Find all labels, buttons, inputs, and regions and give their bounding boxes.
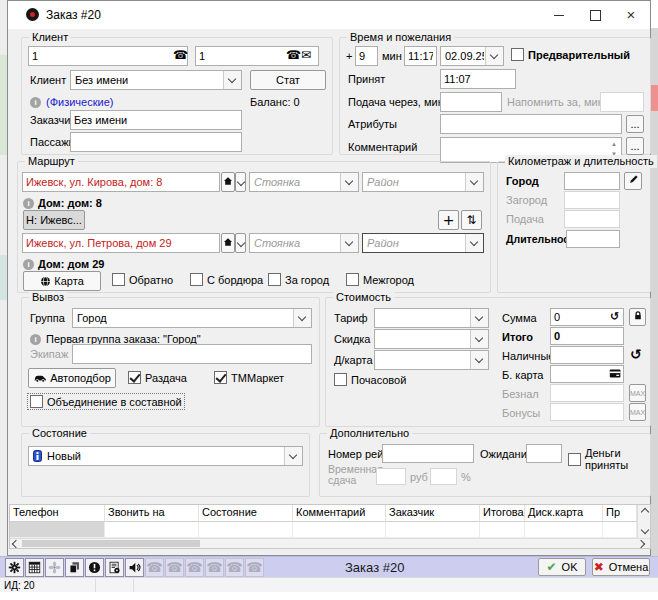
preliminary-checkbox[interactable]: Предварительный	[511, 48, 630, 61]
info-button[interactable]	[85, 558, 104, 577]
remind-input[interactable]	[600, 92, 644, 112]
bonus-max-button[interactable]: max	[629, 403, 646, 421]
mail-icon[interactable]: ✉	[301, 48, 311, 63]
titlebar[interactable]: Заказ #20 ×	[8, 1, 650, 29]
tmmarket-checkbox[interactable]: ТММаркет	[214, 371, 284, 384]
table-cell[interactable]	[386, 522, 480, 538]
attributes-more-button[interactable]: ...	[626, 115, 644, 133]
checkbox-box[interactable]	[334, 373, 347, 386]
map-button[interactable]: Карта	[23, 271, 101, 291]
tariff-select[interactable]	[374, 308, 489, 328]
maximize-button[interactable]	[580, 5, 610, 25]
fan-button[interactable]	[45, 558, 64, 577]
state-select[interactable]: Новый	[28, 446, 303, 466]
back-checkbox[interactable]: Обратно	[112, 273, 173, 286]
checkbox-box[interactable]	[346, 273, 359, 286]
stat-button[interactable]: Стат	[250, 70, 326, 90]
minimize-button[interactable]	[544, 5, 574, 25]
curb-checkbox[interactable]: С бордюра	[190, 273, 263, 286]
scroll-up-icon[interactable]: ▲	[609, 141, 619, 148]
combo-arrow[interactable]	[465, 234, 483, 252]
vertical-scrollbar[interactable]	[637, 505, 650, 538]
waiting-input[interactable]	[526, 444, 562, 463]
recalc-sum-icon[interactable]: ↺	[610, 309, 619, 324]
attributes-input[interactable]	[440, 114, 622, 134]
passenger-input[interactable]	[70, 132, 242, 152]
checkbox-box[interactable]	[268, 273, 281, 286]
copy-button[interactable]	[65, 558, 84, 577]
history-tab[interactable]: Н: Ижевс...	[23, 210, 85, 230]
combo-arrow[interactable]	[465, 173, 483, 191]
checkbox-box[interactable]	[568, 453, 581, 466]
out-of-town-checkbox[interactable]: За город	[268, 273, 329, 286]
customer-input[interactable]	[70, 110, 242, 130]
column-header[interactable]: Звонить на	[105, 505, 199, 522]
swap-points-button[interactable]: ⇅	[461, 210, 482, 230]
scroll-right-icon[interactable]	[637, 540, 645, 548]
column-header[interactable]: Заказчик	[386, 505, 480, 522]
combo-arrow[interactable]	[470, 330, 488, 348]
table-cell[interactable]	[480, 522, 525, 538]
scroll-down-icon[interactable]	[641, 526, 649, 534]
offset-minutes-input[interactable]	[355, 46, 378, 66]
scroll-left-icon[interactable]	[12, 540, 20, 548]
phonebook-button[interactable]	[105, 558, 124, 577]
combo-arrow[interactable]	[284, 447, 302, 465]
home-dropdown-button[interactable]	[235, 233, 246, 253]
route-to-district-select[interactable]: Район	[362, 233, 484, 253]
combo-arrow[interactable]	[293, 309, 311, 327]
city-km-input[interactable]	[564, 172, 620, 190]
combo-arrow[interactable]	[340, 173, 358, 191]
home-button[interactable]	[221, 233, 235, 253]
discount-select[interactable]	[374, 329, 489, 349]
route-to-parking-select[interactable]: Стоянка	[249, 233, 359, 253]
route-from-parking-select[interactable]: Стоянка	[249, 172, 359, 192]
schedule-button[interactable]	[25, 558, 44, 577]
client-select[interactable]: Без имени	[70, 70, 242, 90]
combo-arrow[interactable]	[470, 309, 488, 327]
route-from-district-select[interactable]: Район	[362, 172, 484, 192]
flight-number-input[interactable]	[382, 444, 474, 463]
money-accepted-checkbox[interactable]: Деньги приняты	[568, 447, 650, 471]
combo-arrow[interactable]	[340, 234, 358, 252]
lock-sum-button[interactable]	[629, 308, 646, 326]
cancel-button[interactable]: ✖ Отмена	[592, 558, 650, 576]
column-header[interactable]: Диск.карта	[525, 505, 603, 522]
column-header[interactable]: Состояние	[199, 505, 293, 522]
settings-button[interactable]	[5, 558, 24, 577]
time-input[interactable]	[404, 46, 437, 66]
column-header[interactable]: Телефон	[10, 505, 105, 522]
suburb-km-input[interactable]	[564, 191, 620, 209]
bankcard-icon[interactable]	[609, 367, 622, 382]
table-cell[interactable]	[199, 522, 293, 538]
table-cell[interactable]	[525, 522, 603, 538]
temp-change-rub-input[interactable]	[376, 468, 406, 485]
ok-button[interactable]: ✔ OK	[538, 558, 586, 576]
checkbox-box[interactable]	[128, 371, 141, 384]
bonus-input[interactable]	[550, 403, 624, 421]
close-button[interactable]: ×	[616, 5, 646, 25]
duration-input[interactable]	[566, 230, 620, 248]
sound-button[interactable]	[125, 558, 144, 577]
scroll-up-icon[interactable]	[641, 508, 649, 516]
distribution-checkbox[interactable]: Раздача	[128, 371, 187, 384]
cashless-max-button[interactable]: max	[629, 384, 646, 402]
date-select[interactable]: 02.09.25	[440, 46, 504, 66]
feed-km-input[interactable]	[564, 210, 620, 228]
home-button[interactable]	[221, 172, 235, 192]
table-cell-selected[interactable]	[10, 522, 105, 538]
table-cell[interactable]	[603, 522, 637, 538]
recalc-cash-icon[interactable]: ↺	[630, 346, 642, 362]
autoselect-button[interactable]: Автоподбор	[28, 368, 116, 388]
edit-km-button[interactable]	[624, 172, 642, 190]
route-to-address-input[interactable]	[22, 233, 220, 253]
horizontal-scrollbar[interactable]	[10, 538, 650, 548]
add-point-button[interactable]: +	[438, 210, 459, 230]
hourly-checkbox[interactable]: Почасовой	[334, 373, 406, 386]
temp-change-pct-input[interactable]	[430, 468, 457, 485]
combo-arrow[interactable]	[485, 47, 503, 65]
cash-input[interactable]	[550, 346, 624, 364]
route-from-address-input[interactable]	[22, 172, 220, 192]
cashless-input[interactable]	[550, 384, 624, 402]
intercity-checkbox[interactable]: Межгород	[346, 273, 414, 286]
